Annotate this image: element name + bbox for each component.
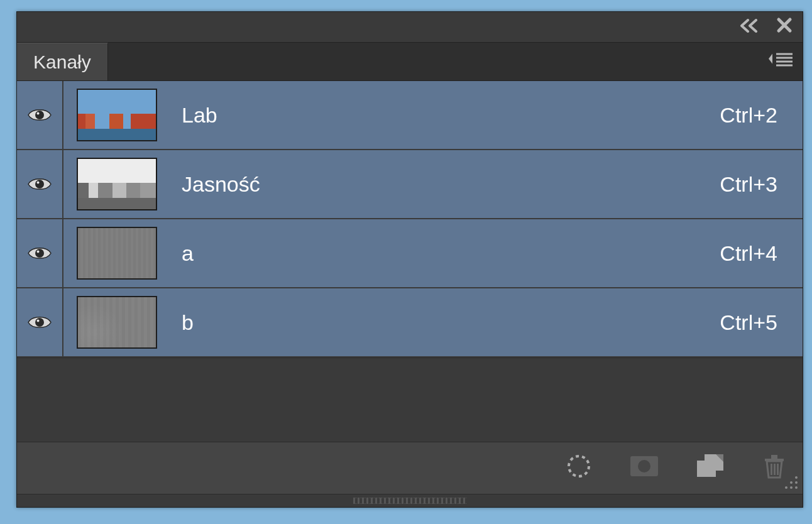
channel-row-b[interactable]: b Ctrl+5 xyxy=(17,288,803,358)
svg-point-9 xyxy=(37,251,40,253)
save-selection-button[interactable] xyxy=(629,454,659,483)
tab-channels[interactable]: Kanały xyxy=(17,43,108,80)
channel-name: Lab xyxy=(182,103,217,128)
tab-strip: Kanały xyxy=(17,42,803,81)
svg-rect-3 xyxy=(776,65,793,67)
panel-menu-icon xyxy=(769,50,794,74)
channel-list: Lab Ctrl+2 xyxy=(17,81,803,358)
channel-list-empty-area xyxy=(17,358,803,442)
svg-point-11 xyxy=(37,320,40,322)
svg-rect-21 xyxy=(777,464,779,475)
eye-icon[interactable] xyxy=(27,176,52,192)
channel-name: a xyxy=(182,241,194,266)
close-icon xyxy=(776,16,793,38)
channel-row-lightness[interactable]: Jasność Ctrl+3 xyxy=(17,150,803,219)
collapse-panel-button[interactable] xyxy=(738,16,760,38)
svg-point-27 xyxy=(795,486,798,489)
channel-thumbnail xyxy=(77,227,157,280)
grip-dots-icon xyxy=(353,498,466,504)
svg-rect-19 xyxy=(771,464,772,475)
svg-rect-1 xyxy=(776,57,793,59)
panel-footer xyxy=(17,442,803,494)
svg-rect-18 xyxy=(771,455,777,459)
svg-point-6 xyxy=(35,180,44,188)
svg-rect-20 xyxy=(774,464,776,475)
channel-thumbnail xyxy=(77,158,157,210)
double-chevron-left-icon xyxy=(738,16,760,38)
eye-icon[interactable] xyxy=(27,107,52,123)
eye-icon[interactable] xyxy=(27,314,52,330)
channel-shortcut: Ctrl+3 xyxy=(720,172,777,196)
channels-panel: Kanały xyxy=(16,11,803,508)
svg-point-7 xyxy=(37,182,40,184)
channel-row-a[interactable]: a Ctrl+4 xyxy=(17,219,803,288)
svg-point-14 xyxy=(638,460,650,472)
eye-icon[interactable] xyxy=(27,245,52,261)
channel-shortcut: Ctrl+4 xyxy=(720,241,777,265)
channel-shortcut: Ctrl+5 xyxy=(720,310,777,334)
channel-name: Jasność xyxy=(182,172,260,197)
svg-rect-0 xyxy=(776,53,793,55)
new-layer-icon xyxy=(696,453,725,484)
channel-shortcut: Ctrl+2 xyxy=(720,103,777,127)
svg-point-10 xyxy=(35,318,44,327)
svg-rect-2 xyxy=(776,61,793,63)
svg-point-26 xyxy=(790,486,793,489)
panel-menu-button[interactable] xyxy=(769,50,794,74)
svg-point-12 xyxy=(569,456,589,476)
svg-point-8 xyxy=(35,249,44,258)
svg-point-25 xyxy=(785,486,787,489)
close-panel-button[interactable] xyxy=(776,16,793,38)
svg-point-22 xyxy=(795,476,798,479)
channel-thumbnail xyxy=(77,296,157,349)
new-channel-button[interactable] xyxy=(696,453,725,484)
svg-point-24 xyxy=(795,481,798,484)
panel-drag-grip[interactable] xyxy=(17,494,803,507)
svg-point-5 xyxy=(37,112,40,115)
tab-label: Kanały xyxy=(33,52,91,73)
svg-point-4 xyxy=(35,111,44,119)
channel-thumbnail xyxy=(77,89,157,141)
panel-header xyxy=(17,12,803,42)
load-selection-button[interactable] xyxy=(565,452,593,484)
dashed-circle-icon xyxy=(565,452,593,484)
resize-grip[interactable] xyxy=(781,472,800,491)
channel-name: b xyxy=(182,310,194,335)
mask-icon xyxy=(629,454,659,483)
channel-row-lab[interactable]: Lab Ctrl+2 xyxy=(17,81,803,150)
svg-point-23 xyxy=(790,481,793,484)
